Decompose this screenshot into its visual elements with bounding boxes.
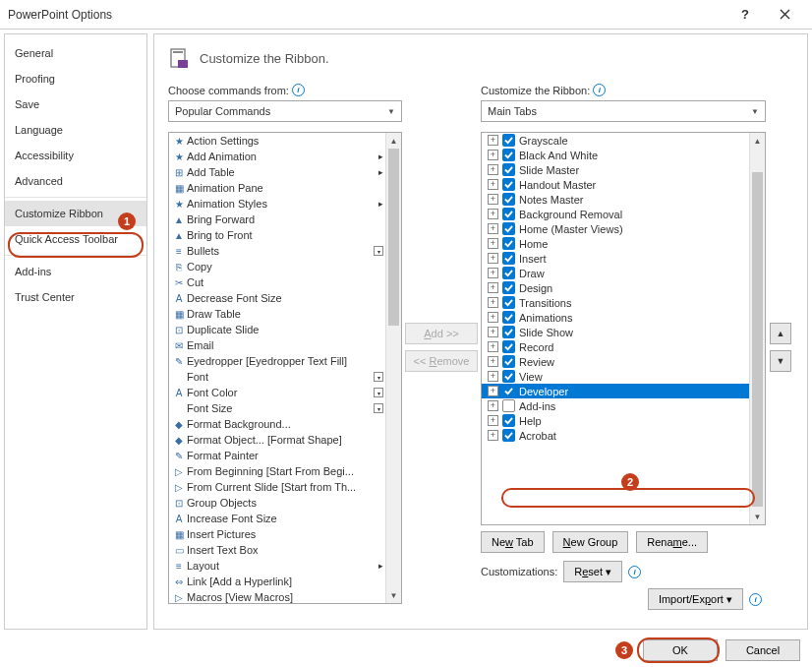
checkbox[interactable] [502,163,515,176]
list-item[interactable]: ⎘Copy [169,259,401,274]
checkbox[interactable] [502,326,515,338]
list-item[interactable]: ⊡Group Objects [169,495,401,511]
scroll-up-icon[interactable]: ▲ [750,133,765,149]
list-item[interactable]: ✎Eyedropper [Eyedropper Text Fill] [169,353,401,369]
checkbox[interactable] [502,399,515,412]
tree-item-notes-master[interactable]: +Notes Master [482,192,765,207]
list-item[interactable]: ▷From Current Slide [Start from Th... [169,479,401,495]
checkbox[interactable] [502,370,515,383]
expander-icon[interactable]: + [488,415,498,426]
expander-icon[interactable]: + [488,164,498,175]
list-item[interactable]: ▭Insert Text Box [169,542,401,558]
expander-icon[interactable]: + [488,253,498,264]
expander-icon[interactable]: + [488,430,498,441]
expander-icon[interactable]: + [488,268,498,278]
checkbox[interactable] [502,296,515,309]
expander-icon[interactable]: + [488,150,498,160]
checkbox[interactable] [502,222,515,235]
expander-icon[interactable]: + [488,179,498,190]
expander-icon[interactable]: + [488,386,498,396]
checkbox[interactable] [502,429,515,442]
scroll-up-icon[interactable]: ▲ [386,133,401,149]
ok-button[interactable]: OK [643,639,718,661]
tree-item-animations[interactable]: +Animations [482,310,765,325]
info-icon[interactable]: i [292,84,305,96]
list-item[interactable]: ADecrease Font Size [169,290,401,306]
list-item[interactable]: ⊞Add Table▸ [169,164,401,180]
list-item[interactable]: ★Animation Styles▸ [169,196,401,212]
tree-item-home[interactable]: +Home [482,236,765,251]
scrollbar[interactable]: ▲ ▼ [749,133,765,524]
add-button[interactable]: Add >> [405,323,478,344]
list-item[interactable]: ▷Macros [View Macros] [169,589,401,604]
scroll-down-icon[interactable]: ▼ [386,587,401,603]
list-item[interactable]: ▦Animation Pane [169,180,401,196]
rename-button[interactable]: Rename... [636,531,708,553]
cancel-button[interactable]: Cancel [725,639,800,661]
ribbon-dropdown[interactable]: Main Tabs ▼ [481,100,766,122]
sidebar-item-add-ins[interactable]: Add-ins [5,259,146,284]
tree-item-transitions[interactable]: +Transitions [482,295,765,310]
tree-item-design[interactable]: +Design [482,280,765,295]
tree-item-add-ins[interactable]: +Add-ins [482,398,765,413]
list-item[interactable]: ≡Layout▸ [169,558,401,574]
tree-item-background-removal[interactable]: +Background Removal [482,207,765,221]
list-item[interactable]: ≡Bullets▾ [169,243,401,259]
tree-item-slide-show[interactable]: +Slide Show [482,325,765,339]
list-item[interactable]: AFont Color▾ [169,385,401,400]
tree-item-view[interactable]: +View [482,369,765,384]
sidebar-item-accessibility[interactable]: Accessibility [5,143,146,168]
tree-item-help[interactable]: +Help [482,413,765,428]
checkbox[interactable] [502,355,515,368]
checkbox[interactable] [502,267,515,279]
checkbox[interactable] [502,385,515,397]
expander-icon[interactable]: + [488,238,498,249]
list-item[interactable]: ▦Insert Pictures [169,526,401,542]
sidebar-item-proofing[interactable]: Proofing [5,66,146,91]
sidebar-item-general[interactable]: General [5,40,146,66]
expander-icon[interactable]: + [488,356,498,367]
tree-item-home-master-views-[interactable]: +Home (Master Views) [482,221,765,236]
tree-item-developer[interactable]: +Developer [482,384,765,398]
expander-icon[interactable]: + [488,312,498,323]
move-up-button[interactable]: ▲ [770,323,791,344]
scroll-thumb[interactable] [752,172,763,507]
checkbox[interactable] [502,281,515,294]
expander-icon[interactable]: + [488,297,498,308]
expander-icon[interactable]: + [488,341,498,352]
checkbox[interactable] [502,414,515,427]
expander-icon[interactable]: + [488,223,498,234]
sidebar-item-advanced[interactable]: Advanced [5,168,146,194]
expander-icon[interactable]: + [488,327,498,337]
ribbon-tree[interactable]: +Grayscale+Black And White+Slide Master+… [481,132,766,525]
tree-item-insert[interactable]: +Insert [482,251,765,266]
new-group-button[interactable]: New Group [552,531,629,553]
list-item[interactable]: ▲Bring Forward [169,212,401,227]
move-down-button[interactable]: ▼ [770,350,791,372]
checkbox[interactable] [502,134,515,147]
close-button[interactable] [765,1,804,29]
list-item[interactable]: Font Size▾ [169,400,401,416]
info-icon[interactable]: i [628,566,641,578]
expander-icon[interactable]: + [488,371,498,382]
checkbox[interactable] [502,237,515,250]
checkbox[interactable] [502,149,515,161]
tree-item-review[interactable]: +Review [482,354,765,369]
checkbox[interactable] [502,193,515,206]
tree-item-grayscale[interactable]: +Grayscale [482,133,765,148]
scrollbar[interactable]: ▲ ▼ [385,133,401,603]
tree-item-black-and-white[interactable]: +Black And White [482,148,765,162]
expander-icon[interactable]: + [488,282,498,293]
list-item[interactable]: ✂Cut [169,274,401,290]
tree-item-handout-master[interactable]: +Handout Master [482,177,765,192]
checkbox[interactable] [502,340,515,353]
tree-item-draw[interactable]: +Draw [482,266,765,280]
list-item[interactable]: ⊡Duplicate Slide [169,322,401,337]
info-icon[interactable]: i [593,84,606,96]
list-item[interactable]: ◆Format Background... [169,416,401,432]
list-item[interactable]: Font▾ [169,369,401,385]
new-tab-button[interactable]: New Tab [481,531,545,553]
list-item[interactable]: ▲Bring to Front [169,227,401,243]
tree-item-record[interactable]: +Record [482,339,765,354]
info-icon[interactable]: i [749,593,762,606]
